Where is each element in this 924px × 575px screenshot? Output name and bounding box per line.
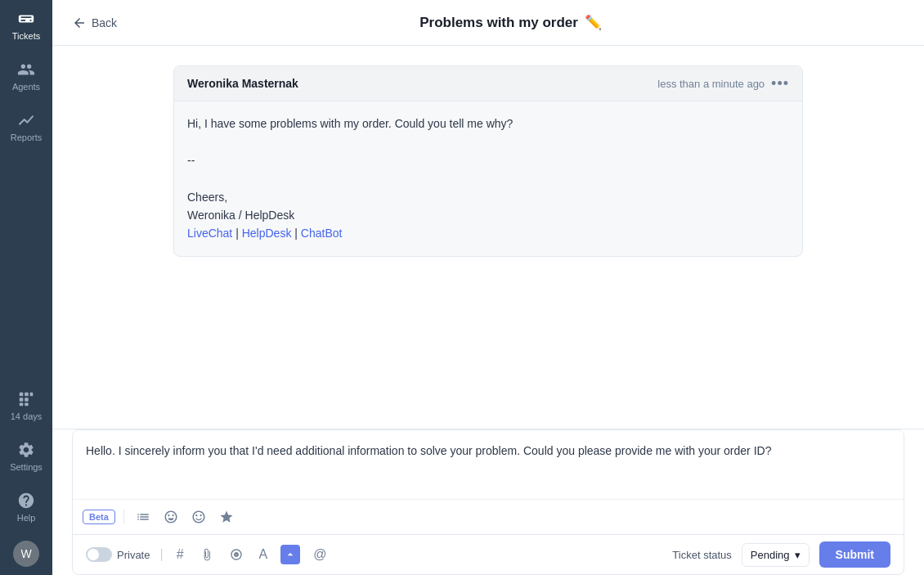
attachment-button[interactable] — [197, 545, 217, 564]
sidebar-label-settings: Settings — [10, 462, 43, 472]
message-body: Hi, I have some problems with my order. … — [174, 101, 802, 256]
message-card: Weronika Masternak less than a minute ag… — [173, 65, 803, 257]
emoji-icon-1 — [164, 510, 178, 524]
status-value: Pending — [751, 549, 790, 561]
svg-rect-4 — [25, 398, 29, 402]
message-header: Weronika Masternak less than a minute ag… — [174, 66, 802, 101]
14days-icon — [17, 390, 35, 408]
magic-icon — [284, 548, 297, 561]
chat-area: Weronika Masternak less than a minute ag… — [52, 46, 924, 429]
message-meta: less than a minute ago ••• — [657, 76, 789, 91]
avatar[interactable]: W — [13, 541, 39, 567]
toolbar-divider-1 — [123, 510, 124, 524]
font-button[interactable]: A — [256, 544, 271, 565]
header: Back Problems with my order ✏️ — [52, 0, 924, 46]
edit-icon[interactable]: ✏️ — [585, 14, 602, 31]
compose-bottom: Private | # A — [73, 534, 904, 574]
helpdesk-link[interactable]: HelpDesk — [242, 227, 292, 240]
page-title: Problems with my order ✏️ — [117, 14, 904, 31]
compose-box: Beta — [72, 429, 904, 575]
compose-area: Beta — [52, 429, 924, 575]
chevron-down-icon: ▾ — [795, 549, 801, 561]
sidebar-label-tickets: Tickets — [12, 31, 40, 41]
svg-rect-3 — [20, 398, 24, 402]
message-timestamp: less than a minute ago — [657, 78, 765, 90]
message-sender: Weronika Masternak — [187, 77, 298, 90]
compose-toolbar: Beta — [73, 499, 904, 534]
reports-icon — [17, 111, 35, 129]
submit-button[interactable]: Submit — [819, 541, 890, 568]
beta-button[interactable]: Beta — [83, 510, 115, 524]
list-icon — [136, 510, 150, 524]
ai-button[interactable] — [216, 506, 237, 528]
sidebar-item-reports[interactable]: Reports — [0, 101, 52, 152]
more-options-button[interactable]: ••• — [771, 76, 789, 91]
message-links: LiveChat | HelpDesk | ChatBot — [187, 224, 789, 242]
sidebar-item-tickets[interactable]: Tickets — [0, 0, 52, 51]
compose-bottom-right: Ticket status Pending ▾ Submit — [672, 541, 890, 568]
sidebar-label-14days: 14 days — [11, 411, 43, 421]
toggle-switch[interactable] — [86, 547, 112, 562]
sidebar-label-help: Help — [17, 513, 36, 523]
target-button[interactable] — [227, 545, 246, 564]
mention-button[interactable]: @ — [310, 544, 330, 565]
message-line1: Hi, I have some problems with my order. … — [187, 115, 789, 133]
svg-rect-6 — [25, 403, 29, 407]
settings-icon — [17, 441, 35, 459]
title-text: Problems with my order — [419, 15, 578, 31]
compose-input[interactable] — [73, 430, 904, 496]
sidebar-label-agents: Agents — [12, 82, 40, 92]
magic-button[interactable] — [280, 545, 300, 564]
hashtag-button[interactable]: # — [173, 544, 187, 565]
back-button[interactable]: Back — [72, 16, 117, 30]
message-cheers: Cheers, — [187, 188, 789, 206]
message-signature: Weronika / HelpDesk — [187, 206, 789, 224]
attachment-icon — [200, 548, 213, 561]
target-icon — [230, 548, 243, 561]
sidebar-item-agents[interactable]: Agents — [0, 51, 52, 101]
emoji-button-2[interactable] — [188, 506, 209, 528]
livechat-link[interactable]: LiveChat — [187, 227, 232, 240]
chatbot-link[interactable]: ChatBot — [301, 227, 343, 240]
svg-rect-0 — [20, 393, 24, 397]
private-toggle[interactable]: Private — [86, 547, 150, 562]
svg-rect-5 — [20, 403, 24, 407]
private-label: Private — [117, 549, 150, 561]
back-label: Back — [92, 16, 117, 29]
ticket-status-label: Ticket status — [672, 549, 731, 561]
status-dropdown[interactable]: Pending ▾ — [742, 543, 810, 567]
sidebar-item-14days[interactable]: 14 days — [0, 380, 52, 431]
svg-rect-1 — [25, 393, 29, 397]
sidebar-item-help[interactable]: Help — [0, 482, 52, 532]
sidebar-label-reports: Reports — [11, 133, 43, 142]
agents-icon — [17, 61, 35, 79]
sidebar-item-settings[interactable]: Settings — [0, 431, 52, 482]
list-format-button[interactable] — [132, 506, 154, 528]
help-icon — [17, 492, 35, 510]
compose-bottom-left: Private | # A — [86, 544, 330, 565]
sidebar-bottom: 14 days Settings Help W — [0, 380, 52, 575]
main-content: Back Problems with my order ✏️ Weronika … — [52, 0, 924, 575]
back-icon — [72, 16, 87, 30]
sidebar: Tickets Agents Reports 14 days — [0, 0, 52, 575]
ai-icon — [219, 510, 234, 524]
svg-rect-2 — [30, 393, 34, 397]
tickets-icon — [17, 10, 35, 28]
emoji-icon-2 — [191, 510, 206, 524]
emoji-button-1[interactable] — [160, 506, 182, 528]
message-separator: -- — [187, 151, 789, 169]
